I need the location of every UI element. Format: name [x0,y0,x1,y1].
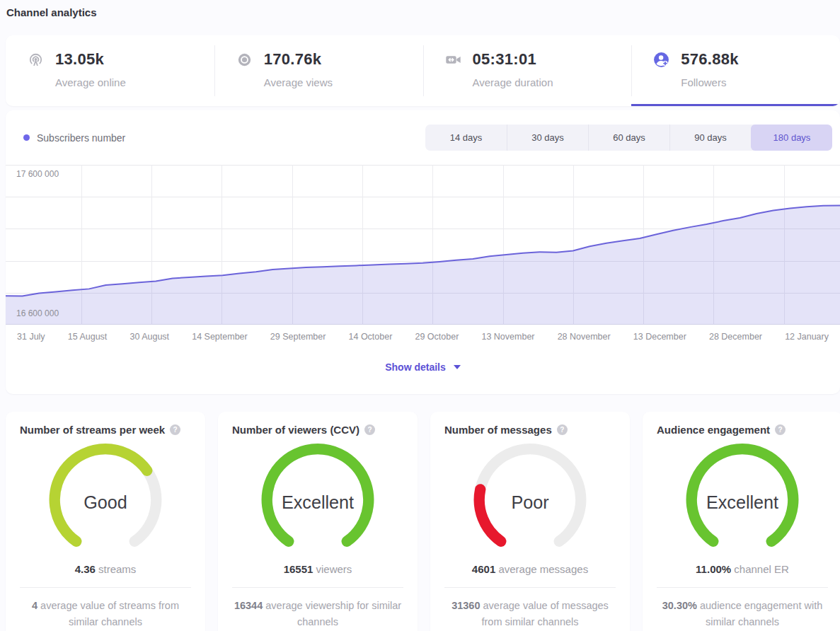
gauge: Excellent [657,441,828,560]
chart-header: Subscribers number 14 days30 days60 days… [6,125,840,151]
stat-label: Followers [681,76,840,88]
duration-icon [444,51,462,69]
benchmark-number: 30.30% [662,600,697,611]
y-axis-tick-top: 17 600 000 [16,169,59,179]
stat-value: 05:31:01 [473,50,536,69]
gauge-rating-text: Good [84,492,127,512]
stat-value: 13.05k [55,50,104,69]
range-button-60-days[interactable]: 60 days [588,125,669,151]
gauge-canvas: Poor [464,441,596,560]
stat-tab-average-views[interactable]: 170.76k Average views [214,35,423,106]
score-card-header: Number of messages ? [444,424,616,436]
stat-tab-average-online[interactable]: 13.05k Average online [6,35,214,106]
score-card-number-of-streams-per-week: Number of streams per week ? Good 4.36 s… [6,412,205,631]
score-value-number: 16551 [284,563,313,575]
stat-top: 170.76k [236,50,423,69]
score-value-number: 4.36 [75,563,96,575]
gauge: Poor [444,441,616,560]
range-button-14-days[interactable]: 14 days [425,125,507,151]
score-value-unit: viewers [313,563,352,575]
help-icon[interactable]: ? [170,424,180,435]
divider [444,587,616,588]
show-details-button[interactable]: Show details [6,361,840,373]
benchmark-rest: average value of messages from similar c… [480,600,608,627]
help-icon[interactable]: ? [364,424,375,435]
score-value-line: 11.00% channel ER [657,563,828,575]
stat-top: 13.05k [27,50,214,69]
x-axis-label: 28 December [709,332,762,342]
chevron-down-icon [454,365,461,369]
score-card-header: Number of viewers (CCV) ? [232,424,403,436]
gauge-canvas: Good [40,441,171,560]
stat-tab-followers[interactable]: 576.88k Followers [631,35,840,106]
legend-subscribers-number[interactable]: Subscribers number [23,132,125,144]
benchmark-rest: average value of streams from similar ch… [38,600,179,627]
stat-value: 170.76k [264,50,322,69]
page-header: Channel analytics [0,0,840,25]
score-card-header: Audience engagement ? [657,424,828,436]
score-card-title: Number of messages [444,424,552,436]
y-axis-tick-bottom: 16 600 000 [16,308,59,318]
gauge: Good [20,441,191,560]
chart-area-fill [6,205,840,325]
stat-tab-average-duration[interactable]: 05:31:01 Average duration [423,35,632,106]
divider [20,587,191,588]
gauge-rating-text: Poor [511,492,548,512]
date-range-selector: 14 days30 days60 days90 days180 days [425,125,832,151]
gauge-canvas: Excellent [252,441,384,560]
x-axis-label: 13 November [481,332,534,342]
score-value-unit: channel ER [731,563,789,575]
divider [232,587,403,588]
x-axis-label: 13 December [633,332,686,342]
gauge-canvas: Excellent [677,441,808,560]
x-axis-label: 31 July [17,332,45,342]
x-axis-labels: 31 July15 August30 August14 September29 … [6,332,840,342]
help-icon[interactable]: ? [775,424,786,435]
score-value-unit: average messages [495,563,588,575]
range-button-30-days[interactable]: 30 days [507,125,588,151]
score-cards-row: Number of streams per week ? Good 4.36 s… [6,412,840,631]
score-card-audience-engagement: Audience engagement ? Excellent 11.00% c… [643,412,840,631]
gauge-rating-text: Excellent [282,492,354,512]
stat-top: 05:31:01 [444,50,632,69]
benchmark-rest: audience engagement with similar channel… [697,600,822,627]
score-value-line: 16551 viewers [232,563,403,575]
divider [657,587,828,588]
stat-label: Average views [264,76,423,88]
help-icon[interactable]: ? [557,424,568,435]
range-button-180-days[interactable]: 180 days [751,125,832,151]
x-axis-label: 29 September [270,332,326,342]
range-button-90-days[interactable]: 90 days [669,125,751,151]
x-axis-label: 29 October [415,332,459,342]
page-title: Channel analytics [6,6,840,18]
gauge-rating-text: Excellent [706,492,778,512]
benchmark-number: 16344 [234,600,263,611]
followers-chart-card: Subscribers number 14 days30 days60 days… [6,110,840,394]
score-value-number: 11.00% [696,563,731,575]
legend-dot-icon [23,134,30,141]
active-tab-underline [631,104,840,106]
score-benchmark-text: 16344 average viewership for similar cha… [232,598,403,630]
x-axis-label: 30 August [130,332,169,342]
score-card-title: Number of viewers (CCV) [232,424,359,436]
show-details-label: Show details [385,361,446,373]
score-card-title: Number of streams per week [20,424,165,436]
score-benchmark-text: 30.30% audience engagement with similar … [657,598,828,630]
x-axis-label: 14 September [192,332,248,342]
stat-value: 576.88k [681,50,739,69]
score-benchmark-text: 4 average value of streams from similar … [20,598,191,630]
gauge: Excellent [232,441,403,560]
x-axis-label: 28 November [558,332,611,342]
benchmark-rest: average viewership for similar channels [263,600,401,627]
score-card-number-of-viewers-ccv-: Number of viewers (CCV) ? Excellent 1655… [218,412,418,631]
broadcast-icon [27,51,45,69]
score-benchmark-text: 31360 average value of messages from sim… [444,598,616,630]
score-value-line: 4601 average messages [444,563,616,575]
subscribers-area-chart[interactable]: 17 600 000 16 600 000 [6,165,840,325]
legend-label: Subscribers number [37,132,125,144]
score-value-unit: streams [96,563,137,575]
benchmark-number: 31360 [451,600,480,611]
x-axis-label: 15 August [68,332,108,342]
stat-label: Average duration [473,76,632,88]
benchmark-number: 4 [32,600,38,611]
